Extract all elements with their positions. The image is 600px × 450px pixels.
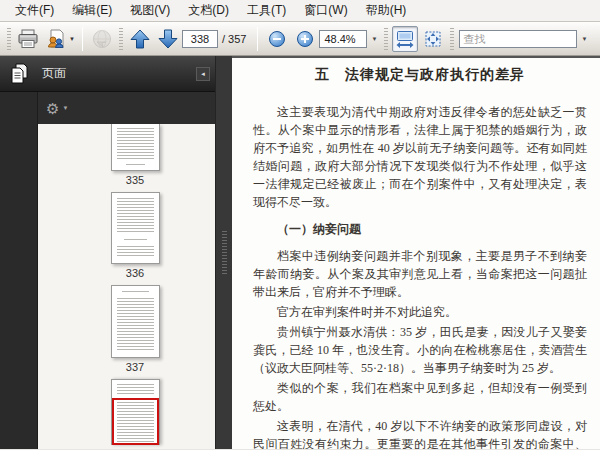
splitter-grip-handle[interactable]: [222, 231, 227, 275]
zoom-in-button[interactable]: [292, 26, 318, 52]
menu-view[interactable]: 视图(V): [121, 0, 179, 21]
gear-icon[interactable]: ⚙: [46, 101, 59, 116]
print-button[interactable]: [15, 26, 41, 52]
zoom-dropdown-button[interactable]: ▼: [367, 30, 381, 48]
toolbar: ▼: [0, 22, 600, 56]
collaborate-caret-icon: ▼: [69, 36, 75, 42]
pages-panel-title: 页面: [42, 65, 196, 82]
menu-document[interactable]: 文档(D): [179, 0, 238, 21]
zoom-out-button[interactable]: [264, 26, 290, 52]
thumbnail-options-bar: ⚙ ▼: [38, 92, 232, 124]
pages-icon: [8, 62, 30, 86]
next-page-button[interactable]: [155, 26, 181, 52]
doc-subheading: （一）纳妾问题: [253, 220, 587, 238]
collaborate-icon: [44, 28, 66, 50]
chevron-down-icon[interactable]: ▼: [62, 105, 68, 111]
thumbnail-page-337[interactable]: [111, 285, 160, 358]
chevron-down-icon: ▼: [581, 36, 587, 42]
toolbar-grip[interactable]: [119, 28, 123, 50]
toolbar-grip[interactable]: [450, 28, 454, 50]
pages-panel-header: 页面 ◄: [0, 56, 232, 92]
chevron-down-icon: ▼: [371, 36, 377, 42]
menu-help[interactable]: 帮助(H): [357, 0, 416, 21]
arrow-up-icon: [129, 28, 151, 50]
thumbnail-label: 335: [126, 174, 144, 186]
toolbar-separator: [82, 27, 83, 51]
doc-paragraph: 这主要表现为清代中期政府对违反律令者的惩处缺乏一贯性。从个案中显示的情形看，法律…: [253, 103, 587, 211]
menu-edit[interactable]: 编辑(E): [63, 0, 121, 21]
sidebar: 页面 ◄ ⚙ ▼: [0, 56, 232, 449]
thumbnail-page-336[interactable]: [111, 192, 160, 264]
printer-icon: [17, 29, 39, 49]
toolbar-grip[interactable]: [384, 28, 388, 50]
search-dropdown-button[interactable]: ▼: [577, 30, 591, 48]
previous-page-button[interactable]: [127, 26, 153, 52]
zoom-out-icon: [268, 30, 286, 48]
document-page: 五 法律规定与政府执行的差异 这主要表现为清代中期政府对违反律令者的惩处缺乏一贯…: [253, 66, 587, 449]
page-number-input[interactable]: [182, 30, 218, 48]
menu-window[interactable]: 窗口(W): [295, 0, 356, 21]
fit-page-icon: [423, 29, 443, 49]
globe-icon: [91, 28, 113, 50]
toolbar-grip[interactable]: [7, 28, 11, 50]
collaborate-button[interactable]: ▼: [43, 26, 76, 52]
doc-section-title: 五 法律规定与政府执行的差异: [253, 66, 587, 84]
sidebar-splitter[interactable]: [215, 56, 232, 449]
thumbnail-list: 335 336 337: [38, 124, 232, 449]
menu-bar: 文件(F) 编辑(E) 视图(V) 文档(D) 工具(T) 窗口(W) 帮助(H…: [0, 0, 600, 22]
doc-paragraph: 档案中违例纳妾问题并非个别现象，主要是男子不到纳妾年龄而纳妾。从个案及其审判意见…: [253, 247, 587, 301]
fit-page-button[interactable]: [420, 26, 446, 52]
doc-paragraph: 这表明，在清代，40 岁以下不许纳妾的政策形同虚设，对民间百姓没有约束力。更重要…: [253, 417, 587, 449]
menu-tools[interactable]: 工具(T): [238, 0, 295, 21]
toolbar-separator: [257, 27, 258, 51]
zoom-level-box[interactable]: 48.4%: [319, 30, 367, 48]
zoom-in-icon: [296, 30, 314, 48]
document-view: 五 法律规定与政府执行的差异 这主要表现为清代中期政府对违反律令者的惩处缺乏一贯…: [232, 56, 600, 449]
thumbnail-page-335[interactable]: [111, 124, 160, 171]
thumbnail-label: 336: [126, 267, 144, 279]
search-input[interactable]: [459, 30, 577, 48]
search-group: ▼: [459, 30, 591, 48]
thumbnail-label: 337: [126, 361, 144, 373]
fit-width-button[interactable]: [392, 26, 418, 52]
collapse-panel-button[interactable]: ◄: [196, 67, 210, 81]
panel-icon-strip: [0, 92, 38, 449]
doc-paragraph: 贵州镇宁州聂水清供：35 岁，田氏是妻，因没儿子又娶妾龚氏，已经 10 年，也没…: [253, 323, 587, 377]
doc-paragraph: 官方在审判案件时并不对此追究。: [253, 303, 587, 321]
menu-file[interactable]: 文件(F): [6, 0, 63, 21]
arrow-down-icon: [157, 28, 179, 50]
share-button[interactable]: [89, 26, 115, 52]
doc-paragraph: 类似的个案，我们在档案中见到多起，但却没有一例受到惩处。: [253, 379, 587, 415]
thumbnail-page-338-current[interactable]: [111, 379, 160, 445]
page-total-label: / 357: [222, 33, 246, 45]
current-view-indicator: [112, 398, 159, 445]
fit-width-icon: [395, 29, 415, 49]
